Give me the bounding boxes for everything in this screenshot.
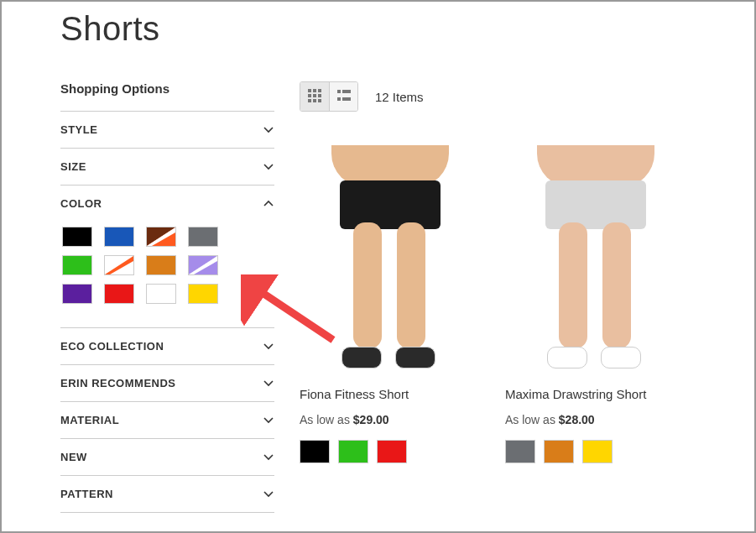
- product-swatch-black[interactable]: [300, 440, 330, 463]
- grid-icon: [308, 89, 321, 105]
- sidebar-title: Shopping Options: [60, 81, 274, 112]
- filter-size-label: SIZE: [60, 160, 86, 173]
- filter-size: SIZE: [60, 149, 274, 186]
- layout: Shopping Options STYLE SIZE COLOR: [60, 81, 696, 513]
- filter-new-header[interactable]: NEW: [60, 439, 274, 475]
- product-image[interactable]: [300, 145, 480, 372]
- filter-new: NEW: [60, 439, 274, 476]
- product-name[interactable]: Maxima Drawstring Short: [505, 387, 686, 401]
- filter-style-label: STYLE: [60, 123, 97, 136]
- filter-color-label: COLOR: [60, 197, 102, 210]
- filter-material-header[interactable]: MATERIAL: [60, 402, 274, 438]
- chevron-down-icon: [263, 124, 274, 136]
- list-icon: [337, 89, 351, 105]
- filter-material: MATERIAL: [60, 402, 274, 439]
- color-swatch-white-multi[interactable]: [104, 255, 134, 275]
- svg-rect-13: [313, 94, 316, 97]
- color-swatch-brown-multi[interactable]: [146, 227, 176, 247]
- chevron-down-icon: [263, 415, 274, 426]
- svg-rect-11: [318, 89, 321, 92]
- svg-rect-17: [318, 99, 321, 102]
- product-price: As low as $28.00: [505, 413, 686, 426]
- color-swatch-gray[interactable]: [188, 227, 218, 247]
- price-prefix: As low as: [300, 413, 353, 426]
- product-image[interactable]: [505, 145, 686, 372]
- product-swatch-yellow[interactable]: [582, 440, 613, 463]
- product-swatch-red[interactable]: [377, 440, 407, 463]
- chevron-down-icon: [263, 489, 274, 500]
- filter-color: COLOR: [60, 186, 274, 328]
- filter-pattern-header[interactable]: PATTERN: [60, 476, 274, 512]
- toolbar: 12 Items: [300, 81, 696, 112]
- color-swatch-orange[interactable]: [146, 255, 176, 275]
- product-name[interactable]: Fiona Fitness Short: [300, 387, 480, 401]
- main: 12 Items Fiona Fitness ShortAs low as $2…: [300, 81, 696, 513]
- color-swatch-lavender-multi[interactable]: [188, 255, 218, 275]
- color-swatch-purple[interactable]: [62, 284, 92, 304]
- product-card: Maxima Drawstring ShortAs low as $28.00: [505, 145, 686, 463]
- view-toggle: [300, 81, 358, 112]
- svg-rect-20: [337, 97, 341, 101]
- price-prefix: As low as: [505, 413, 559, 426]
- filter-eco-label: ECO COLLECTION: [60, 340, 164, 353]
- filter-eco-header[interactable]: ECO COLLECTION: [60, 328, 274, 364]
- color-swatch-red[interactable]: [104, 284, 134, 304]
- svg-rect-19: [342, 90, 351, 93]
- chevron-down-icon: [263, 161, 274, 173]
- product-swatch-green[interactable]: [338, 440, 368, 463]
- sidebar: Shopping Options STYLE SIZE COLOR: [60, 81, 274, 513]
- product-price: As low as $29.00: [300, 413, 480, 426]
- app-frame: Shorts Shopping Options STYLE SIZE: [2, 2, 754, 531]
- filter-style-header[interactable]: STYLE: [60, 112, 274, 148]
- svg-rect-21: [342, 97, 351, 101]
- filter-erin-header[interactable]: ERIN RECOMMENDS: [60, 365, 274, 401]
- chevron-down-icon: [263, 452, 274, 463]
- color-swatch-green[interactable]: [62, 255, 92, 275]
- product-swatch-gray[interactable]: [505, 440, 535, 463]
- chevron-up-icon: [263, 198, 274, 210]
- color-swatch-blue[interactable]: [104, 227, 134, 247]
- product-card: Fiona Fitness ShortAs low as $29.00: [300, 145, 480, 463]
- price-amount: $28.00: [559, 413, 595, 426]
- product-grid: Fiona Fitness ShortAs low as $29.00Maxim…: [300, 145, 696, 463]
- chevron-down-icon: [263, 378, 274, 389]
- filter-pattern: PATTERN: [60, 476, 274, 513]
- color-swatch-black[interactable]: [62, 227, 92, 247]
- item-count: 12 Items: [375, 90, 424, 104]
- filter-size-header[interactable]: SIZE: [60, 149, 274, 185]
- svg-rect-10: [313, 89, 316, 92]
- filter-color-header[interactable]: COLOR: [60, 186, 274, 222]
- svg-rect-9: [308, 89, 311, 92]
- grid-view-button[interactable]: [300, 82, 329, 111]
- svg-rect-18: [337, 90, 341, 93]
- svg-rect-12: [308, 94, 311, 97]
- filter-erin: ERIN RECOMMENDS: [60, 365, 274, 402]
- svg-rect-16: [313, 99, 316, 102]
- color-swatch-white[interactable]: [146, 284, 176, 304]
- product-swatch-orange[interactable]: [544, 440, 574, 463]
- filter-material-label: MATERIAL: [60, 414, 119, 426]
- filter-style: STYLE: [60, 112, 274, 149]
- filter-pattern-label: PATTERN: [60, 488, 113, 500]
- filter-eco: ECO COLLECTION: [60, 328, 274, 365]
- color-swatch-yellow[interactable]: [188, 284, 218, 304]
- product-swatches: [505, 440, 686, 463]
- filter-erin-label: ERIN RECOMMENDS: [60, 377, 176, 389]
- list-view-button[interactable]: [329, 82, 357, 111]
- content: Shorts Shopping Options STYLE SIZE: [2, 2, 754, 513]
- price-amount: $29.00: [353, 413, 389, 426]
- product-swatches: [300, 440, 480, 463]
- chevron-down-icon: [263, 341, 274, 353]
- color-swatch-grid: [60, 222, 274, 327]
- page-title: Shorts: [60, 10, 696, 48]
- filter-new-label: NEW: [60, 451, 87, 463]
- svg-rect-14: [318, 94, 321, 97]
- svg-rect-15: [308, 99, 311, 102]
